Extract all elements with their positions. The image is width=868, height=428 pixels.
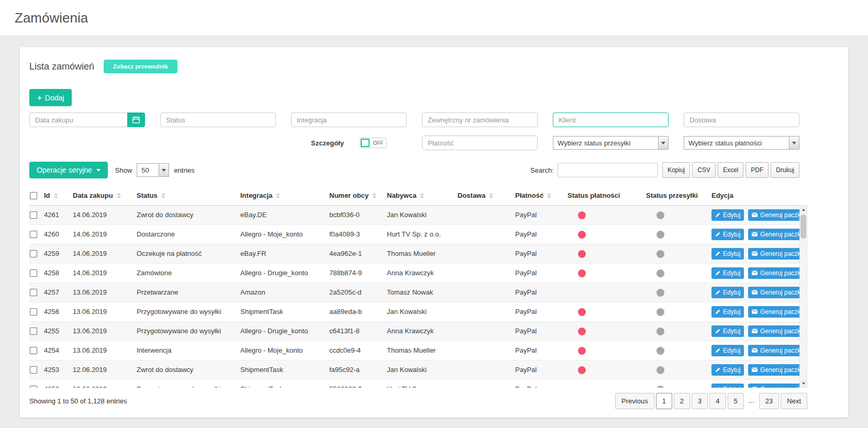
cell-payment: PayPal bbox=[515, 321, 567, 341]
integration-filter-input[interactable] bbox=[291, 112, 407, 127]
payment-filter-input[interactable] bbox=[422, 136, 538, 150]
add-order-button[interactable]: + Dodaj bbox=[29, 89, 72, 106]
scrollbar-thumb[interactable] bbox=[800, 215, 806, 239]
envelope-icon bbox=[752, 387, 758, 388]
pencil-icon bbox=[715, 309, 720, 314]
search-input[interactable] bbox=[558, 163, 658, 177]
row-checkbox[interactable] bbox=[30, 269, 37, 277]
generate-package-button[interactable]: Generuj paczkę bbox=[748, 345, 799, 356]
page-button-3[interactable]: 3 bbox=[692, 393, 708, 409]
edit-button[interactable]: Edytuj bbox=[711, 306, 744, 318]
page-button-1[interactable]: 1 bbox=[656, 393, 672, 409]
row-checkbox[interactable] bbox=[30, 211, 37, 219]
col-header-delivery[interactable]: Dostawa bbox=[458, 186, 515, 205]
add-order-label: Dodaj bbox=[45, 94, 64, 102]
row-checkbox[interactable] bbox=[30, 386, 37, 388]
col-header-payment[interactable]: Płatność bbox=[515, 186, 567, 205]
status-filter-input[interactable] bbox=[160, 112, 276, 127]
cell-integration: Allegro - Moje_konto bbox=[240, 224, 329, 244]
scroll-down-arrow-icon[interactable] bbox=[800, 379, 807, 387]
sort-icon bbox=[161, 193, 165, 198]
previous-page-button[interactable]: Previous bbox=[615, 393, 654, 409]
edit-button[interactable]: Edytuj bbox=[711, 229, 744, 240]
cell-id: 4258 bbox=[44, 263, 73, 283]
calendar-button[interactable] bbox=[127, 112, 145, 127]
edit-button[interactable]: Edytuj bbox=[711, 287, 744, 298]
edit-button[interactable]: Edytuj bbox=[711, 248, 744, 260]
cell-id: 4255 bbox=[44, 321, 73, 341]
col-header-purchase-date[interactable]: Data zakupu bbox=[73, 186, 137, 205]
page-button-2[interactable]: 2 bbox=[674, 393, 690, 409]
page-size-select[interactable]: 50 bbox=[137, 163, 169, 177]
page-button-4[interactable]: 4 bbox=[709, 393, 726, 409]
generate-package-button[interactable]: Generuj paczkę bbox=[748, 267, 799, 279]
generate-package-button[interactable]: Generuj paczkę bbox=[748, 325, 799, 337]
cell-id: 4256 bbox=[44, 302, 73, 321]
col-header-id[interactable]: Id bbox=[44, 186, 73, 205]
panel-title: Lista zamówień bbox=[29, 61, 94, 72]
edit-button[interactable]: Edytuj bbox=[711, 325, 744, 337]
delivery-filter-input[interactable] bbox=[684, 112, 799, 127]
generate-package-button[interactable]: Generuj paczkę bbox=[748, 248, 799, 260]
generate-package-button[interactable]: Generuj paczkę bbox=[748, 287, 799, 298]
row-checkbox[interactable] bbox=[30, 328, 37, 335]
page-button-23[interactable]: 23 bbox=[759, 393, 779, 409]
row-checkbox[interactable] bbox=[30, 250, 37, 257]
col-header-external-number[interactable]: Numer obcy bbox=[329, 186, 387, 205]
table-row: 4253 12.06.2019 Zwrot do dostawcy Shipme… bbox=[29, 360, 799, 379]
payment-status-dot bbox=[578, 250, 586, 258]
col-header-shipment-status[interactable]: Status przesyłki bbox=[646, 186, 711, 205]
edit-button[interactable]: Edytuj bbox=[711, 345, 744, 356]
scroll-up-arrow-icon[interactable] bbox=[800, 206, 807, 213]
edit-button[interactable]: Edytuj bbox=[711, 384, 744, 388]
col-header-payment-status[interactable]: Status płatności bbox=[567, 186, 646, 205]
generate-package-button[interactable]: Generuj paczkę bbox=[748, 384, 799, 388]
edit-button-label: Edytuj bbox=[723, 386, 740, 388]
table-row: 4254 13.06.2019 Interwencja Allegro - Mo… bbox=[29, 341, 799, 360]
page-button-5[interactable]: 5 bbox=[728, 393, 744, 409]
edit-button[interactable]: Edytuj bbox=[711, 209, 744, 221]
cell-payment: PayPal bbox=[515, 283, 567, 302]
row-checkbox[interactable] bbox=[30, 308, 37, 316]
details-toggle[interactable]: OFF bbox=[360, 138, 387, 148]
guide-button[interactable]: Zobacz przewodnik bbox=[104, 60, 177, 73]
generate-package-button[interactable]: Generuj paczkę bbox=[748, 229, 799, 240]
generate-package-button[interactable]: Generuj paczkę bbox=[748, 209, 799, 221]
generate-package-button-label: Generuj paczkę bbox=[760, 366, 799, 374]
external-number-filter-input[interactable] bbox=[422, 112, 538, 127]
generate-package-button[interactable]: Generuj paczkę bbox=[748, 364, 799, 376]
row-checkbox[interactable] bbox=[30, 347, 37, 354]
cell-status: Przetwarzane bbox=[137, 283, 240, 302]
print-button[interactable]: Drukuj bbox=[771, 162, 799, 178]
generate-package-button[interactable]: Generuj paczkę bbox=[748, 306, 799, 318]
col-header-status[interactable]: Status bbox=[137, 186, 240, 205]
table-scrollbar[interactable] bbox=[799, 205, 807, 388]
cell-purchase-date: 12.06.2019 bbox=[73, 379, 137, 388]
edit-button[interactable]: Edytuj bbox=[711, 364, 744, 376]
chevron-down-icon bbox=[658, 137, 668, 149]
row-checkbox[interactable] bbox=[30, 289, 37, 296]
shipment-status-dot bbox=[656, 308, 664, 316]
table-toolbar: Operacje seryjne Show 50 entries Search:… bbox=[29, 162, 799, 178]
pencil-icon bbox=[715, 232, 720, 237]
payment-status-select[interactable]: Wybierz status płatności bbox=[684, 136, 799, 150]
client-filter-input[interactable] bbox=[553, 112, 669, 127]
row-checkbox[interactable] bbox=[30, 366, 37, 374]
edit-button[interactable]: Edytuj bbox=[711, 267, 744, 279]
purchase-date-filter-input[interactable] bbox=[29, 112, 127, 127]
col-header-integration[interactable]: Integracja bbox=[240, 186, 329, 205]
sort-icon bbox=[489, 193, 493, 198]
bulk-actions-button[interactable]: Operacje seryjne bbox=[29, 162, 108, 178]
pdf-button[interactable]: PDF bbox=[745, 162, 769, 178]
copy-button[interactable]: Kopiuj bbox=[662, 162, 690, 178]
row-checkbox[interactable] bbox=[30, 231, 37, 238]
edit-button-label: Edytuj bbox=[723, 366, 740, 374]
csv-button[interactable]: CSV bbox=[692, 162, 716, 178]
select-all-checkbox[interactable] bbox=[30, 192, 37, 199]
col-header-buyer[interactable]: Nabywca bbox=[387, 186, 458, 205]
cell-external-number: bcbf036-0 bbox=[329, 205, 387, 224]
next-page-button[interactable]: Next bbox=[781, 393, 807, 409]
excel-button[interactable]: Excel bbox=[718, 162, 743, 178]
cell-payment: PayPal bbox=[515, 302, 567, 321]
shipment-status-select[interactable]: Wybierz status przesyłki bbox=[553, 136, 669, 150]
